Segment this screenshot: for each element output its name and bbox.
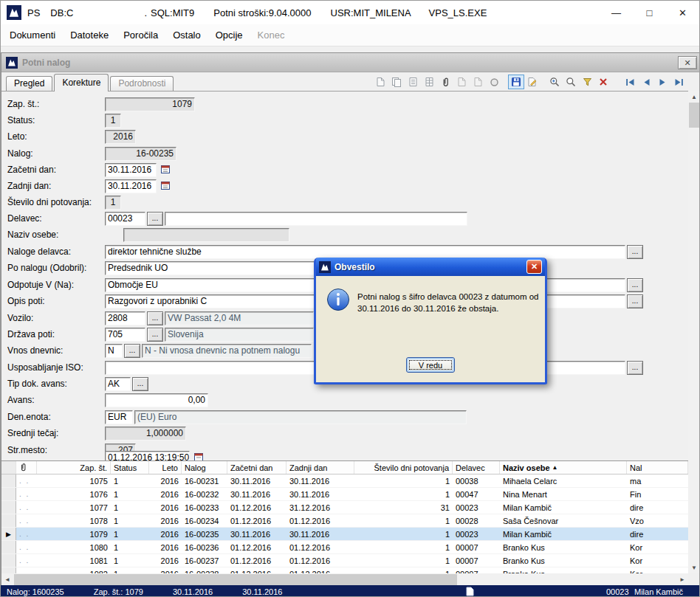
cell-status[interactable]: 1	[111, 528, 149, 540]
cell-nalog[interactable]: 16-00231	[182, 475, 227, 487]
table-row[interactable]: . .10821201616-0023801.12.201601.12.2016…	[1, 567, 688, 573]
cell-zacetni-dan[interactable]: 01.12.2016	[227, 514, 286, 527]
search-icon[interactable]	[563, 75, 579, 89]
tab-podrobnosti[interactable]: Podrobnosti	[110, 76, 174, 91]
dialog-close-button[interactable]: ✕	[526, 260, 542, 274]
edit-document-icon[interactable]	[524, 75, 541, 89]
document-forward-icon[interactable]	[470, 75, 486, 89]
tab-pregled[interactable]: Pregled	[6, 76, 52, 91]
cell-naziv-osebe[interactable]: Milan Kambič	[500, 528, 627, 540]
cell-nalog[interactable]: 16-00235	[182, 528, 227, 540]
attachment-cell[interactable]: . .	[16, 488, 37, 500]
cell-zacetni-dan[interactable]: 01.12.2016	[227, 554, 286, 567]
col-header-nalog[interactable]: Nalog	[182, 461, 227, 474]
col-header-zap-st[interactable]: Zap. št.	[37, 461, 111, 474]
cell-naloge[interactable]: dire	[627, 501, 688, 514]
child-window-titlebar[interactable]: Potni nalog ✕	[1, 53, 700, 72]
paperclip-icon[interactable]	[437, 75, 453, 89]
cell-naloge[interactable]: Fin	[627, 488, 688, 500]
col-header-status[interactable]: Status	[111, 461, 149, 474]
calendar-button[interactable]	[158, 163, 173, 177]
minimize-button[interactable]: —	[600, 1, 633, 24]
calendar-button[interactable]	[158, 179, 173, 193]
drzava-code-field[interactable]: 705	[105, 328, 145, 342]
attachment-cell[interactable]: . .	[16, 528, 37, 540]
scroll-right-icon[interactable]: ►	[676, 574, 688, 586]
save-icon[interactable]	[508, 75, 524, 89]
cell-leto[interactable]: 2016	[149, 488, 182, 500]
cell-status[interactable]: 1	[111, 514, 149, 527]
browse-button[interactable]: ...	[147, 328, 163, 342]
menu-item-poročila[interactable]: Poročila	[116, 30, 165, 41]
cell-leto[interactable]: 2016	[149, 475, 182, 487]
avans-field[interactable]: 0,00	[105, 393, 208, 407]
paperclip-icon[interactable]	[16, 461, 37, 474]
cell-stevilo-dni[interactable]: 1	[354, 475, 453, 487]
cell-leto[interactable]: 2016	[149, 514, 182, 527]
cell-status[interactable]: 1	[111, 475, 149, 487]
filter-icon[interactable]	[579, 75, 595, 89]
den-enota-code-field[interactable]: EUR	[105, 410, 133, 424]
next-row-icon[interactable]	[654, 75, 670, 89]
cell-naziv-osebe[interactable]: Saša Češnovar	[500, 514, 627, 527]
attachment-cell[interactable]: . .	[16, 554, 37, 567]
scroll-left-icon[interactable]: ◄	[1, 574, 13, 586]
col-header-naloge[interactable]: Nal	[627, 461, 688, 474]
cell-zadnji-dan[interactable]: 01.12.2016	[286, 567, 354, 573]
table-row[interactable]: . .10801201616-0023601.12.201601.12.2016…	[1, 541, 688, 554]
scroll-down-icon[interactable]: ▼	[688, 562, 700, 573]
cell-zacetni-dan[interactable]: 30.11.2016	[227, 488, 286, 500]
cell-naloge[interactable]: dire	[627, 528, 688, 540]
browse-button[interactable]: ...	[147, 311, 163, 325]
menu-item-dokumenti[interactable]: Dokumenti	[2, 30, 63, 41]
main-titlebar[interactable]: PSDB:C.SQL:MIT9Potni stroški:9.04.0000US…	[1, 1, 699, 24]
cell-zap-st[interactable]: 1082	[37, 567, 111, 573]
col-header-leto[interactable]: Leto	[149, 461, 182, 474]
close-button[interactable]: ✕	[666, 1, 699, 24]
cell-nalog[interactable]: 16-00233	[182, 501, 227, 514]
table-row[interactable]: . .10751201616-0023130.11.201630.11.2016…	[1, 475, 688, 488]
scroll-up-icon[interactable]: ▲	[688, 91, 700, 103]
new-document-icon[interactable]	[372, 75, 388, 89]
document-back-icon[interactable]	[453, 75, 470, 89]
cell-status[interactable]: 1	[111, 488, 149, 500]
child-close-button[interactable]: ✕	[678, 56, 697, 69]
cell-nalog[interactable]: 16-00237	[182, 554, 227, 567]
cell-stevilo-dni[interactable]: 1	[354, 554, 453, 567]
cell-zap-st[interactable]: 1079	[37, 528, 111, 540]
cell-naloge[interactable]: ma	[627, 475, 688, 487]
cell-naloge[interactable]: Kor	[627, 567, 688, 573]
cell-naloge[interactable]: Vzo	[627, 514, 688, 527]
zoom-in-icon[interactable]	[546, 75, 563, 89]
table-row[interactable]: . .10771201616-0023301.12.201631.12.2016…	[1, 501, 688, 514]
cell-zap-st[interactable]: 1078	[37, 514, 111, 527]
horizontal-scrollbar[interactable]: ◄ ►	[1, 573, 688, 586]
zadnji-dan-field[interactable]: 30.11.2016	[105, 179, 157, 193]
browse-button[interactable]: ...	[627, 361, 643, 375]
menu-item-konec[interactable]: Konec	[250, 30, 292, 41]
cell-zacetni-dan[interactable]: 01.12.2016	[227, 501, 286, 514]
cell-nalog[interactable]: 16-00236	[182, 541, 227, 553]
delavec-name-field[interactable]	[165, 212, 467, 226]
cell-naziv-osebe[interactable]: Branko Kus	[500, 554, 627, 567]
cell-zadnji-dan[interactable]: 01.12.2016	[286, 554, 354, 567]
maximize-button[interactable]: □	[633, 1, 666, 24]
cell-zap-st[interactable]: 1080	[37, 541, 111, 553]
vozilo-code-field[interactable]: 2808	[105, 311, 145, 325]
cell-stevilo-dni[interactable]: 1	[354, 514, 453, 527]
cell-delavec[interactable]: 00028	[453, 514, 500, 527]
cell-status[interactable]: 1	[111, 501, 149, 514]
cell-zap-st[interactable]: 1076	[37, 488, 111, 500]
attachment-cell[interactable]: . .	[16, 501, 37, 514]
cell-leto[interactable]: 2016	[149, 528, 182, 540]
browse-button[interactable]: ...	[627, 245, 643, 259]
cell-stevilo-dni[interactable]: 1	[354, 488, 453, 500]
browse-button[interactable]: ...	[124, 344, 140, 358]
cell-nalog[interactable]: 16-00238	[182, 567, 227, 573]
attachment-cell[interactable]: . .	[16, 475, 37, 487]
cell-zacetni-dan[interactable]: 30.11.2016	[227, 475, 286, 487]
col-header-stevilo-dni[interactable]: Število dni potovanja	[354, 461, 453, 474]
cell-zadnji-dan[interactable]: 30.11.2016	[286, 488, 354, 500]
cell-naziv-osebe[interactable]: Mihaela Celarc	[500, 475, 627, 487]
col-header-delavec[interactable]: Delavec	[453, 461, 500, 474]
